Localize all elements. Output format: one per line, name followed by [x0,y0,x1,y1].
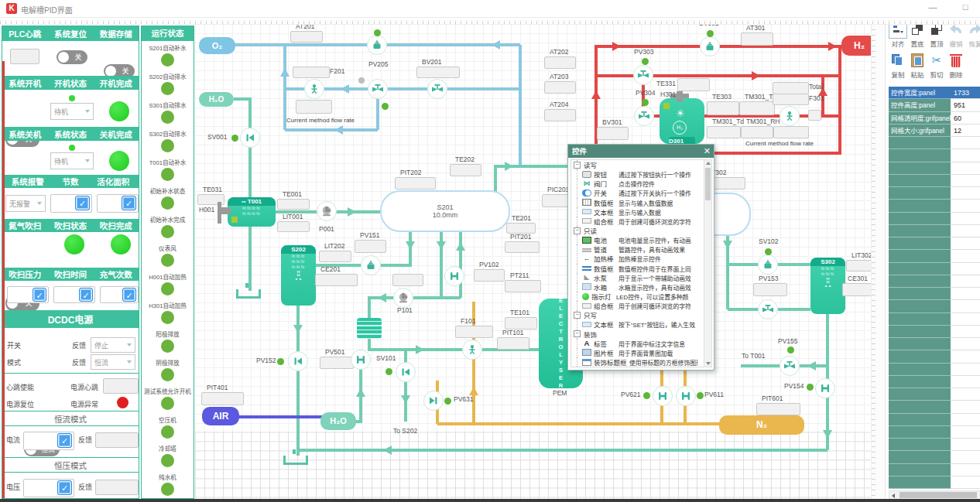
system-reset-toggle[interactable]: 关 [57,50,87,64]
property-row[interactable] [889,376,980,388]
instrument-field-PV151[interactable] [355,240,386,253]
instrument-field-AT202[interactable] [544,56,576,69]
palette-item-按钮[interactable]: 按钮通过按下按钮执行一个操作 [571,169,704,179]
property-value[interactable] [951,326,980,338]
valve-icon-PV205v[interactable] [368,79,388,99]
tank-S302[interactable]: S302 ≈≈≈≈≈≈ ¦¦• • [810,258,845,314]
property-value[interactable] [951,426,980,439]
property-row[interactable] [889,350,980,363]
property-row[interactable] [889,464,980,476]
current-apply-checkbox[interactable]: ✓ [57,433,72,448]
dcdc-mode-feedback-select[interactable]: 恒流 [91,354,135,370]
instrument-field-AT203[interactable] [544,81,576,94]
fill-count-apply-checkbox[interactable]: ✓ [122,288,136,302]
instrument-field-TM301_T[interactable] [739,101,775,115]
scroll-left-icon[interactable] [892,493,895,498]
scrollbar-thumb[interactable] [705,168,711,200]
property-value[interactable] [951,451,980,463]
dcdc-switch-feedback-select[interactable]: 停止 [91,337,135,353]
scroll-up-icon[interactable] [706,162,711,165]
property-value[interactable] [951,388,980,401]
valve-icon-PV611[interactable] [676,386,696,406]
purge-time-apply-checkbox[interactable]: ✓ [79,288,93,302]
instrument-field-PIT201[interactable] [505,241,540,253]
flowmeter-icon-FM301[interactable] [780,106,800,126]
instrument-field-TE001[interactable] [277,199,310,210]
system-state-select[interactable]: 待机 [50,152,94,169]
instrument-field-TM301_RH[interactable] [741,126,773,138]
palette-item-阀门[interactable]: ⋈阀门点击操作控件 [571,179,704,188]
palette-item-装饰线[interactable]: 装饰线使用线条修饰图形化组合或 [571,367,704,367]
maximize-button[interactable]: □ [958,2,972,12]
property-value[interactable] [951,213,980,225]
toolbar-button-paste[interactable]: 粘贴 [908,52,927,79]
instrument-field-LIT202[interactable] [319,251,351,262]
property-value[interactable] [951,288,980,300]
instrument-field-AT201[interactable] [290,31,323,43]
instrument-field-PV501[interactable] [320,357,354,369]
property-value[interactable] [951,200,980,212]
palette-item-开关[interactable]: 开关通过按下开关执行一个操作 [571,188,704,197]
active-area-apply-checkbox[interactable]: ✓ [122,196,136,210]
valve-icon-PV303v[interactable] [633,65,653,85]
property-value[interactable] [951,476,980,489]
tank-S202[interactable]: S202 ≈≈≈≈≈≈≈≈≈ ¦¦• • [281,245,316,306]
property-row[interactable] [889,451,980,463]
property-row[interactable]: 网格大小:grifpanel12 [889,125,980,137]
tree-expand-icon[interactable]: − [574,312,581,319]
instrument-field-PV102[interactable] [474,269,505,282]
palette-group-装饰[interactable]: −装饰 [571,330,704,339]
property-row[interactable] [889,237,980,250]
property-value[interactable] [951,350,980,363]
property-row[interactable] [889,338,980,350]
valve-icon-SV201[interactable] [367,35,387,55]
instrument-field-XF301[interactable] [808,110,821,121]
valve-icon-PV102v[interactable] [444,266,464,286]
property-row[interactable]: 网格透明度:grifpanel60 [889,112,980,125]
instrument-field-LIT001[interactable] [277,221,310,232]
palette-group-读写[interactable]: −读写 [571,160,704,169]
property-row[interactable] [889,162,980,175]
property-value[interactable]: 951 [951,99,980,111]
toolbar-button-tobottom[interactable]: 置底 [908,21,927,48]
property-row[interactable] [889,388,980,401]
purge-pressure-apply-checkbox[interactable]: ✓ [33,288,46,302]
property-value[interactable] [951,464,980,476]
valve-icon-SV301[interactable] [700,36,720,56]
toolbar-button-align[interactable]: 对齐 [889,21,907,48]
palette-group-只读[interactable]: −只读 [571,226,704,235]
instrument-field-AT301[interactable] [741,32,773,46]
flowmeter-icon-FM201[interactable] [304,79,324,99]
instrument-field-TM301_Td[interactable] [707,126,741,138]
instrument-field-X301[interactable] [773,126,809,138]
property-grid[interactable]: 控件宽度:panel1733控件高度:panel951网格透明度:grifpan… [889,87,980,489]
instrument-field-F101[interactable] [455,326,493,338]
scroll-down-icon[interactable] [706,362,711,365]
property-row[interactable]: 控件高度:panel951 [889,99,980,111]
property-value[interactable] [951,439,980,451]
palette-item-标签[interactable]: A标签用于界面中标注文字信息 [571,339,704,348]
valve-icon-SV102[interactable] [758,254,778,275]
toolbar-button-delete[interactable]: 删除 [947,52,965,79]
property-row[interactable] [889,250,980,262]
toolbar-button-copy[interactable]: 复制 [889,52,907,79]
instrument-field-PV153[interactable] [753,283,787,296]
property-value[interactable] [951,225,980,237]
palette-group-只写[interactable]: −只写 [571,310,704,319]
palette-title-bar[interactable]: 控件 ✕ [568,145,714,158]
property-value[interactable] [951,250,980,262]
valve-icon-PV631[interactable] [423,391,444,411]
property-value[interactable] [951,237,980,250]
pump-icon-P001p[interactable] [317,201,337,221]
property-row[interactable] [889,300,980,312]
palette-item-组合框[interactable]: 组合框用于创建可循环浏览的字符 [571,301,704,310]
instrument-field-PIT202[interactable] [395,177,436,190]
current-feedback-field[interactable] [95,432,139,448]
instrument-field-FV201[interactable] [296,100,332,114]
property-value[interactable] [951,364,980,376]
palette-item-数值框[interactable]: 数值框显示与输入数值数据 [571,198,704,207]
instrument-field-BV301[interactable] [597,127,629,140]
valve-icon-PV154v[interactable] [815,378,835,398]
property-row[interactable] [889,476,980,489]
property-row[interactable] [889,326,980,338]
